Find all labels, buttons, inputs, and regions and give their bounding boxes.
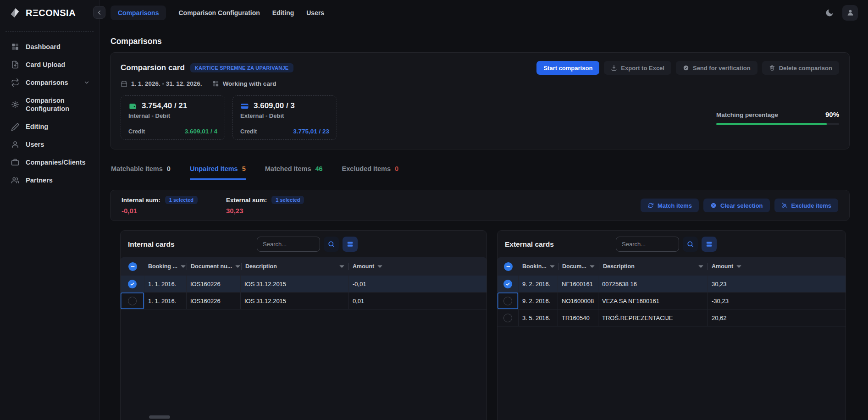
x-circle-icon bbox=[710, 202, 717, 209]
internal-select-all-checkbox[interactable] bbox=[128, 262, 137, 271]
tab-label: Matched Items bbox=[265, 165, 311, 172]
tab-count: 0 bbox=[395, 165, 398, 172]
cell-amount: 20,62 bbox=[708, 309, 846, 326]
filter-icon[interactable] bbox=[235, 264, 241, 270]
row-checkbox-cell bbox=[498, 309, 519, 326]
row-checkbox-unchecked[interactable] bbox=[128, 297, 137, 305]
sidebar: RΞCONSIA Dashboard Card Upload Compariso… bbox=[0, 0, 100, 420]
pencil-icon bbox=[11, 123, 19, 131]
sidebar-item-dashboard[interactable]: Dashboard bbox=[6, 38, 94, 56]
external-search-button[interactable] bbox=[683, 237, 698, 252]
row-checkbox-checked[interactable] bbox=[128, 280, 137, 288]
avatar[interactable] bbox=[842, 5, 858, 21]
user-icon bbox=[11, 140, 19, 149]
table-row[interactable]: 1. 1. 2016. IOS160226 IOS 31.12.2015 -0,… bbox=[121, 276, 487, 293]
minus-icon bbox=[506, 264, 511, 269]
sidebar-item-partners[interactable]: Partners bbox=[6, 171, 94, 189]
topnav-editing[interactable]: Editing bbox=[272, 6, 294, 20]
export-label: Export to Excel bbox=[621, 65, 664, 72]
topnav-comparisons[interactable]: Comparisons bbox=[111, 6, 166, 20]
cell-description: VEZA SA NF1600161 bbox=[598, 293, 708, 309]
row-checkbox-unchecked[interactable] bbox=[503, 314, 512, 322]
match-items-button[interactable]: Match items bbox=[641, 199, 699, 212]
sidebar-item-card-upload[interactable]: Card Upload bbox=[6, 56, 94, 74]
sidebar-item-editing[interactable]: Editing bbox=[6, 118, 94, 136]
export-to-excel-button[interactable]: Export to Excel bbox=[604, 61, 671, 75]
internal-sum-label: Internal sum: bbox=[122, 197, 160, 204]
filter-icon[interactable] bbox=[180, 264, 186, 270]
filter-icon[interactable] bbox=[698, 264, 704, 270]
send-for-verification-button[interactable]: Send for verification bbox=[676, 61, 757, 75]
filter-icon[interactable] bbox=[339, 264, 345, 270]
column-label: Amount bbox=[353, 263, 374, 270]
sidebar-item-users[interactable]: Users bbox=[6, 136, 94, 154]
logo: RΞCONSIA bbox=[0, 0, 99, 26]
topbar: Comparisons Comparison Configuration Edi… bbox=[100, 0, 868, 25]
tab-matched-items[interactable]: Matched Items 46 bbox=[265, 165, 323, 180]
moon-icon[interactable] bbox=[825, 8, 834, 17]
tab-unpaired-items[interactable]: Unpaired Items 5 bbox=[190, 165, 246, 180]
cell-document-number: IOS160226 bbox=[187, 293, 241, 309]
clear-selection-button[interactable]: Clear selection bbox=[703, 199, 770, 212]
item-tabs: Matchable Items 0 Unpaired Items 5 Match… bbox=[110, 165, 850, 180]
stat-label: Internal - Debit bbox=[128, 112, 217, 119]
logo-icon bbox=[8, 6, 21, 19]
tab-label: Excluded Items bbox=[342, 165, 391, 172]
sidebar-collapse-button[interactable] bbox=[93, 6, 105, 19]
tab-label: Unpaired Items bbox=[190, 165, 238, 172]
filter-icon[interactable] bbox=[377, 264, 383, 270]
internal-panel-header: Internal cards bbox=[121, 231, 487, 257]
credit-label: Credit bbox=[128, 128, 145, 135]
row-checkbox-cell bbox=[121, 293, 144, 309]
select-all-cell bbox=[121, 262, 144, 271]
start-comparison-button[interactable]: Start comparison bbox=[536, 61, 599, 75]
delete-comparison-button[interactable]: Delete comparison bbox=[762, 61, 839, 75]
internal-layout-button[interactable] bbox=[343, 237, 358, 252]
search-icon bbox=[327, 240, 335, 248]
sidebar-item-companies-clients[interactable]: Companies/Clients bbox=[6, 154, 94, 171]
page-content: Comparisons Comparsion card KARTICE SPRE… bbox=[100, 25, 868, 420]
filter-icon[interactable] bbox=[549, 264, 555, 270]
check-icon bbox=[130, 282, 135, 287]
internal-search-input[interactable] bbox=[257, 237, 320, 252]
tab-label: Matchable Items bbox=[111, 165, 163, 172]
exclude-items-button[interactable]: Exclude items bbox=[774, 199, 838, 212]
matching-row: Matching percentage 90% bbox=[716, 111, 839, 118]
table-empty-area bbox=[121, 309, 487, 420]
sidebar-item-comparisons[interactable]: Comparisons bbox=[6, 74, 94, 92]
sidebar-item-comparison-configuration[interactable]: Comparison Configuration bbox=[6, 92, 94, 118]
briefcase-icon bbox=[11, 158, 19, 166]
external-search-input[interactable] bbox=[616, 237, 679, 252]
topnav-comparison-configuration[interactable]: Comparison Configuration bbox=[178, 6, 260, 20]
filter-icon[interactable] bbox=[736, 264, 742, 270]
row-checkbox-checked[interactable] bbox=[503, 280, 512, 288]
matching-label: Matching percentage bbox=[716, 111, 778, 118]
cell-document-number: IOS160226 bbox=[187, 276, 241, 292]
external-layout-button[interactable] bbox=[702, 237, 717, 252]
internal-cards-panel: Internal cards bbox=[120, 230, 487, 420]
table-row[interactable]: 3. 5. 2016. TR160540 TROŠ.REPREZENTACIJE… bbox=[498, 309, 846, 326]
external-select-all-checkbox[interactable] bbox=[504, 262, 513, 271]
table-row[interactable]: 9. 2. 2016. NO1600008 VEZA SA NF1600161 … bbox=[498, 293, 846, 309]
sidebar-item-label: Editing bbox=[26, 122, 48, 131]
horizontal-scrollbar-thumb[interactable] bbox=[149, 415, 170, 419]
column-label: Description bbox=[245, 263, 277, 270]
row-checkbox-unchecked[interactable] bbox=[503, 297, 512, 305]
table-row[interactable]: 1. 1. 2016. IOS160226 IOS 31.12.2015 0,0… bbox=[121, 293, 487, 309]
divider bbox=[128, 124, 217, 124]
grid-icon bbox=[212, 80, 219, 87]
send-label: Send for verification bbox=[693, 65, 751, 72]
table-row[interactable]: 9. 2. 2016. NF1600161 00725638 16 30,23 bbox=[498, 276, 846, 293]
tab-count: 0 bbox=[167, 165, 171, 172]
cell-amount: -30,23 bbox=[708, 293, 846, 309]
column-label: Document nu... bbox=[191, 263, 232, 270]
stat-label: External - Debit bbox=[240, 112, 329, 119]
cell-amount: 0,01 bbox=[349, 293, 487, 309]
topnav-users[interactable]: Users bbox=[306, 6, 324, 20]
comparison-card-body: 3.754,40 / 21 Internal - Debit Credit 3.… bbox=[121, 95, 839, 140]
internal-search-button[interactable] bbox=[324, 237, 339, 252]
tab-excluded-items[interactable]: Excluded Items 0 bbox=[342, 165, 398, 180]
cell-amount: -0,01 bbox=[349, 276, 487, 292]
tab-matchable-items[interactable]: Matchable Items 0 bbox=[111, 165, 171, 180]
filter-icon[interactable] bbox=[589, 264, 595, 270]
